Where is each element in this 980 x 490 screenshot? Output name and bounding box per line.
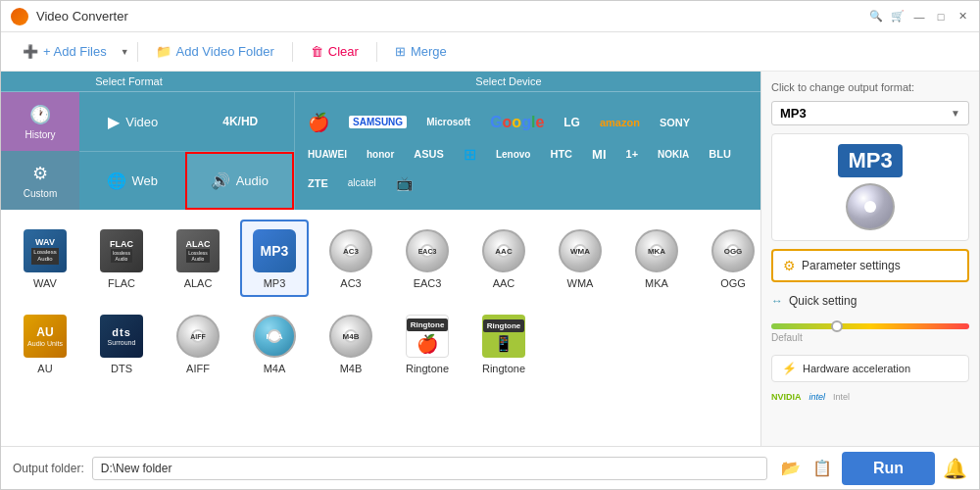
brand-lg[interactable]: LG bbox=[556, 108, 588, 137]
format-4khd-button[interactable]: 4K/HD bbox=[187, 92, 295, 151]
format-au[interactable]: AU Audio Units AU bbox=[11, 305, 79, 382]
slider-track[interactable] bbox=[771, 323, 969, 329]
video-icon: ▶ bbox=[108, 113, 120, 131]
alarm-icon[interactable]: 🔔 bbox=[943, 457, 967, 480]
output-format-label: MP3 bbox=[780, 106, 946, 121]
slider-thumb[interactable] bbox=[831, 320, 843, 332]
eac3-icon: EAC3 bbox=[404, 227, 451, 274]
brand-amazon[interactable]: amazon bbox=[592, 108, 648, 137]
format-flac[interactable]: FLAC losslessAudio FLAC bbox=[87, 220, 156, 297]
brand-zte[interactable]: ZTE bbox=[300, 172, 336, 195]
format-header: Select Format Select Device bbox=[1, 72, 760, 92]
clear-button[interactable]: 🗑 Clear bbox=[301, 39, 368, 64]
brand-honor[interactable]: honor bbox=[359, 141, 402, 168]
output-format-selector[interactable]: MP3 ▼ bbox=[771, 101, 969, 125]
format-wav[interactable]: WAV LosslessAudio WAV bbox=[11, 220, 79, 297]
main-window: Video Converter 🔍 🛒 — □ ✕ ➕ + Add Files … bbox=[0, 0, 980, 490]
mp3-badge: MP3 bbox=[838, 144, 902, 177]
brand-oneplus[interactable]: 1+ bbox=[618, 141, 647, 168]
brand-google[interactable]: Google bbox=[482, 108, 552, 137]
intel-label: Intel bbox=[833, 392, 850, 402]
param-settings-button[interactable]: ⚙ Parameter settings bbox=[771, 249, 969, 282]
brand-apple[interactable]: 🍎 bbox=[300, 108, 337, 137]
hw-accel-label: Hardware acceleration bbox=[803, 363, 910, 374]
toolbar: ➕ + Add Files ▼ 📁 Add Video Folder 🗑 Cle… bbox=[1, 32, 979, 72]
brand-htc[interactable]: HTC bbox=[542, 141, 580, 168]
format-ringtone-android[interactable]: Ringtone 📱 Ringtone bbox=[469, 305, 538, 382]
toolbar-separator3 bbox=[376, 42, 377, 62]
audio-icon: 🔊 bbox=[211, 172, 230, 190]
brand-blu[interactable]: BLU bbox=[701, 141, 739, 168]
close-button[interactable]: ✕ bbox=[956, 10, 969, 24]
ogg-icon: OGG bbox=[710, 227, 757, 274]
output-path-input[interactable] bbox=[92, 457, 767, 480]
custom-icon: ⚙ bbox=[32, 163, 48, 184]
format-dts[interactable]: dts Surround DTS bbox=[87, 305, 156, 382]
output-path-field[interactable] bbox=[92, 457, 767, 480]
hw-accel-button[interactable]: ⚡ Hardware acceleration bbox=[771, 355, 969, 382]
brand-mi[interactable]: MI bbox=[584, 141, 613, 168]
brand-microsoft[interactable]: Microsoft bbox=[418, 108, 478, 137]
minimize-button[interactable]: — bbox=[912, 10, 926, 24]
search-icon[interactable]: 🔍 bbox=[869, 10, 883, 24]
add-folder-button[interactable]: 📁 Add Video Folder bbox=[146, 39, 284, 64]
brand-huawei[interactable]: HUAWEI bbox=[300, 141, 355, 168]
quality-slider: Default bbox=[771, 319, 969, 347]
brand-sony[interactable]: SONY bbox=[652, 108, 698, 137]
format-aiff[interactable]: AIFF AIFF bbox=[164, 305, 232, 382]
slider-label: Default bbox=[771, 332, 969, 343]
format-m4a[interactable]: M4A M4A bbox=[240, 305, 309, 382]
format-mka[interactable]: MKA MKA bbox=[622, 220, 691, 297]
brand-windows[interactable]: ⊞ bbox=[456, 141, 484, 168]
hw-accel-icon: ⚡ bbox=[782, 362, 797, 375]
format-ac3[interactable]: AC3 AC3 bbox=[317, 220, 385, 297]
device-brands: 🍎 SAMSUNG Microsoft Google LG amazon SON… bbox=[295, 92, 760, 210]
sidebar-item-custom[interactable]: ⚙ Custom bbox=[1, 151, 79, 210]
sidebar-item-history[interactable]: 🕐 History bbox=[1, 92, 79, 151]
change-format-label: Click to change output format: bbox=[771, 81, 969, 93]
format-alac[interactable]: ALAC LosslessAudio ALAC bbox=[164, 220, 232, 297]
cart-icon[interactable]: 🛒 bbox=[891, 10, 905, 24]
open-folder-button[interactable]: 📂 bbox=[779, 457, 803, 480]
maximize-button[interactable]: □ bbox=[934, 10, 948, 24]
brand-asus[interactable]: ASUS bbox=[406, 141, 452, 168]
format-ogg[interactable]: OGG OGG bbox=[699, 220, 760, 297]
format-row-2: 🌐 Web 🔊 Audio bbox=[79, 151, 294, 210]
quick-setting-label: Quick setting bbox=[789, 294, 857, 308]
format-area: Select Format Select Device 🕐 History ⚙ … bbox=[1, 72, 760, 210]
format-eac3[interactable]: EAC3 EAC3 bbox=[393, 220, 462, 297]
brand-samsung[interactable]: SAMSUNG bbox=[341, 108, 415, 137]
nvidia-logo: NVIDIA bbox=[771, 392, 802, 402]
dts-icon: dts Surround bbox=[98, 313, 145, 360]
plus-icon: ➕ bbox=[23, 44, 38, 59]
trash-icon: 🗑 bbox=[311, 44, 323, 59]
brand-alcatel[interactable]: alcatel bbox=[340, 172, 384, 195]
folder-icon: 📁 bbox=[156, 44, 172, 59]
add-files-button[interactable]: ➕ + Add Files bbox=[13, 39, 117, 64]
format-video-button[interactable]: ▶ Video bbox=[79, 92, 187, 151]
sync-folder-button[interactable]: 📋 bbox=[810, 457, 834, 480]
brand-lenovo[interactable]: Lenovo bbox=[488, 141, 539, 168]
format-ringtone-ios[interactable]: Ringtone 🍎 Ringtone bbox=[393, 305, 462, 382]
add-files-dropdown-arrow[interactable]: ▼ bbox=[121, 47, 129, 57]
format-m4b[interactable]: M4B M4B bbox=[317, 305, 385, 382]
sidebar-nav: 🕐 History ⚙ Custom bbox=[1, 92, 79, 210]
alac-icon: ALAC LosslessAudio bbox=[174, 227, 221, 274]
window-controls: 🔍 🛒 — □ ✕ bbox=[869, 10, 969, 24]
quick-setting: ↔ Quick setting bbox=[771, 290, 969, 312]
titlebar: Video Converter 🔍 🛒 — □ ✕ bbox=[1, 1, 979, 32]
brand-nokia[interactable]: NOKIA bbox=[650, 141, 697, 168]
toolbar-separator bbox=[137, 42, 138, 62]
bottom-bar: Output folder: 📂 📋 Run 🔔 bbox=[1, 446, 979, 489]
app-icon bbox=[11, 8, 28, 25]
format-row-1: ▶ Video 4K/HD bbox=[79, 92, 294, 151]
merge-button[interactable]: ⊞ Merge bbox=[385, 39, 457, 64]
format-web-button[interactable]: 🌐 Web bbox=[79, 152, 185, 210]
m4b-icon: M4B bbox=[327, 313, 374, 360]
run-button[interactable]: Run bbox=[842, 452, 935, 485]
format-audio-button[interactable]: 🔊 Audio bbox=[185, 152, 295, 210]
format-mp3[interactable]: MP3 MP3 bbox=[240, 220, 309, 297]
format-aac[interactable]: AAC AAC bbox=[469, 220, 538, 297]
format-wma[interactable]: WMA WMA bbox=[546, 220, 614, 297]
brand-tv[interactable]: 📺 bbox=[388, 172, 420, 195]
